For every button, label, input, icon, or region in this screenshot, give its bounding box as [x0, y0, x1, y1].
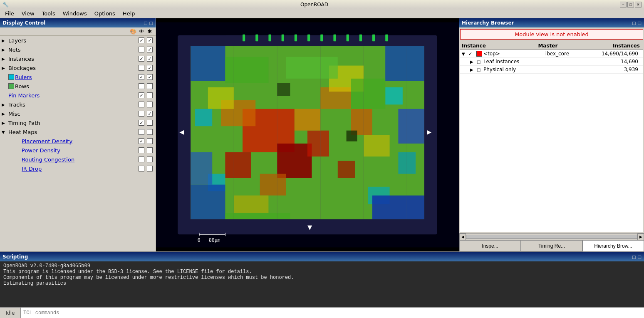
- tcl-command-input[interactable]: [21, 308, 644, 318]
- cb-timing-path-2[interactable]: [146, 120, 154, 126]
- expander-leaf[interactable]: ▶: [470, 60, 477, 64]
- cb-layers-2[interactable]: [146, 37, 154, 43]
- cb-nets-2[interactable]: [146, 47, 154, 52]
- cb-instances-1[interactable]: [137, 56, 146, 62]
- cb-placement-density-2[interactable]: [146, 138, 154, 144]
- label-placement-density[interactable]: Placement Density: [18, 138, 137, 144]
- cb-misc-1[interactable]: [137, 111, 146, 117]
- cb-rows-2[interactable]: [146, 83, 154, 89]
- scripting-icon-1[interactable]: □: [632, 255, 636, 259]
- cb-tracks-1[interactable]: [137, 102, 146, 107]
- expander-top[interactable]: ▼: [462, 52, 468, 56]
- hscroll-track[interactable]: [466, 235, 637, 239]
- menu-tools[interactable]: Tools: [39, 10, 59, 17]
- cb-blockages-2[interactable]: [146, 65, 154, 71]
- cb-nets-1[interactable]: [137, 47, 146, 52]
- tree-item-rows[interactable]: ▶ Rows: [0, 82, 156, 91]
- cb-rows-1[interactable]: [137, 83, 146, 89]
- menu-view[interactable]: View: [18, 10, 38, 17]
- cb-instances-2[interactable]: [146, 56, 154, 62]
- chip-canvas-panel[interactable]: ◀ ▶ ▼ 0 80μm: [156, 18, 459, 251]
- tab-inspector[interactable]: Inspe...: [459, 240, 521, 251]
- label-power-density[interactable]: Power Density: [18, 147, 137, 154]
- header-icon-3[interactable]: □: [632, 21, 636, 25]
- menu-windows[interactable]: Windows: [59, 10, 90, 17]
- expander-nets[interactable]: ▶: [2, 47, 8, 52]
- cb-routing-congestion-1[interactable]: [137, 157, 146, 162]
- tree-item-misc[interactable]: ▶ Misc: [0, 109, 156, 118]
- expander-blockages[interactable]: ▶: [2, 66, 8, 70]
- cb-routing-congestion-2[interactable]: [146, 157, 154, 162]
- tab-timing-report[interactable]: Timing Re...: [521, 240, 582, 251]
- cb-heat-maps-2[interactable]: [146, 129, 154, 135]
- tree-item-layers[interactable]: ▶ Layers: [0, 36, 156, 45]
- hscroll-right-btn[interactable]: ▶: [637, 234, 644, 240]
- cb-rulers-2[interactable]: [146, 74, 154, 80]
- hierarchy-row-physical[interactable]: ▶ □ Physical only 3,939: [460, 66, 643, 74]
- paint-icon: 🎨: [129, 28, 137, 35]
- checkbox-leaf[interactable]: □: [477, 60, 483, 64]
- tree-item-placement-density[interactable]: ▶ Placement Density: [0, 137, 156, 146]
- label-ir-drop[interactable]: IR Drop: [18, 166, 137, 172]
- hierarchy-row-top[interactable]: ▼ ✓ <top> ibex_core 14,690/14,690: [460, 50, 643, 58]
- tree-item-pin-markers[interactable]: ▶ Pin Markers: [0, 91, 156, 100]
- expander-physical[interactable]: ▶: [470, 67, 477, 72]
- cb-power-density-2[interactable]: [146, 147, 154, 153]
- tree-item-heat-maps[interactable]: ▼ Heat Maps: [0, 127, 156, 137]
- expander-misc[interactable]: ▶: [2, 112, 8, 116]
- tab-hierarchy-browser[interactable]: Hierarchy Brow...: [582, 240, 644, 251]
- cb-blockages-1[interactable]: [137, 65, 146, 71]
- expander-instances[interactable]: ▶: [2, 57, 8, 61]
- svg-rect-9: [320, 35, 323, 42]
- expander-heat-maps[interactable]: ▼: [2, 130, 8, 134]
- cb-ir-drop-1[interactable]: [137, 166, 146, 171]
- label-rulers[interactable]: Rulers: [15, 74, 137, 80]
- chip-canvas[interactable]: ◀ ▶ ▼ 0 80μm: [156, 18, 459, 251]
- menu-help[interactable]: Help: [119, 10, 139, 17]
- tree-item-blockages[interactable]: ▶ Blockages: [0, 63, 156, 72]
- header-icon-4[interactable]: □: [638, 21, 642, 25]
- header-icon-1[interactable]: □: [144, 21, 147, 25]
- tree-item-timing-path[interactable]: ▶ Timing Path: [0, 118, 156, 127]
- cb-pin-markers-2[interactable]: [146, 92, 154, 98]
- tree-item-power-density[interactable]: ▶ Power Density: [0, 146, 156, 155]
- cb-pin-markers-1[interactable]: [137, 92, 146, 98]
- menu-options[interactable]: Options: [91, 10, 119, 17]
- cb-timing-path-1[interactable]: [137, 120, 146, 126]
- scripting-icon-2[interactable]: □: [638, 255, 642, 259]
- label-pin-markers[interactable]: Pin Markers: [8, 92, 137, 99]
- cb-layers-1[interactable]: [137, 37, 146, 43]
- maximize-button[interactable]: □: [627, 2, 634, 7]
- expander-layers[interactable]: ▶: [2, 38, 8, 43]
- menu-file[interactable]: File: [2, 10, 17, 17]
- expander-timing-path[interactable]: ▶: [2, 121, 8, 125]
- cb-tracks-2[interactable]: [146, 102, 154, 107]
- cb-heat-maps-1[interactable]: [137, 129, 146, 135]
- tree-item-ir-drop[interactable]: ▶ IR Drop: [0, 164, 156, 173]
- app-title: OpenROAD: [9, 2, 620, 7]
- tree-item-nets[interactable]: ▶ Nets: [0, 45, 156, 54]
- checkbox-top[interactable]: ✓: [468, 51, 475, 57]
- scripting-title: Scripting: [2, 254, 28, 260]
- cb-power-density-1[interactable]: [137, 147, 146, 153]
- svg-rect-4: [255, 35, 258, 42]
- header-icon-2[interactable]: □: [149, 21, 153, 25]
- expander-tracks[interactable]: ▶: [2, 102, 8, 107]
- label-nets: Nets: [8, 47, 137, 53]
- cb-placement-density-1[interactable]: [137, 138, 146, 144]
- cb-misc-2[interactable]: [146, 111, 154, 117]
- label-routing-congestion[interactable]: Routing Congestion: [18, 157, 137, 163]
- cb-ir-drop-2[interactable]: [146, 166, 154, 171]
- tree-item-routing-congestion[interactable]: ▶ Routing Congestion: [0, 155, 156, 164]
- tree-item-tracks[interactable]: ▶ Tracks: [0, 100, 156, 109]
- close-button[interactable]: ✕: [635, 2, 642, 7]
- tree-item-instances[interactable]: ▶ Instances: [0, 54, 156, 63]
- tree-item-rulers[interactable]: ▶ Rulers: [0, 72, 156, 82]
- checkbox-physical[interactable]: □: [477, 67, 483, 72]
- cb-rulers-1[interactable]: [137, 74, 146, 80]
- hscroll-left-btn[interactable]: ◀: [459, 234, 466, 240]
- minimize-button[interactable]: −: [620, 2, 627, 7]
- hierarchy-header-icons: □ □: [632, 21, 642, 25]
- app-icon: 🔧: [2, 2, 9, 7]
- hierarchy-row-leaf[interactable]: ▶ □ Leaf instances 14,690: [460, 58, 643, 66]
